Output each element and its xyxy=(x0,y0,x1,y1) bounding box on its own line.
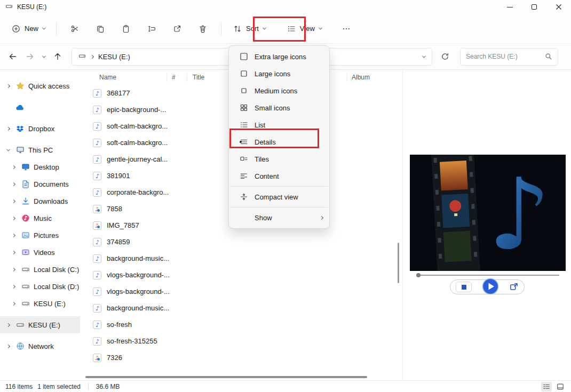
file-row[interactable]: background-music... xyxy=(80,250,402,267)
details-view-toggle-button[interactable] xyxy=(541,382,552,391)
file-row[interactable]: so-fresh-315255 xyxy=(80,333,402,349)
drive-icon xyxy=(5,3,13,12)
downloads-icon xyxy=(21,197,30,206)
file-row[interactable]: vlogs-background-... xyxy=(80,283,402,300)
extra-large-icons-icon xyxy=(240,52,248,61)
refresh-button[interactable] xyxy=(437,48,454,65)
menu-item-medium-icons[interactable]: Medium icons xyxy=(229,82,329,99)
file-row[interactable]: background-music... xyxy=(80,300,402,316)
view-button[interactable]: View xyxy=(282,19,327,38)
horizontal-scrollbar[interactable] xyxy=(85,376,367,378)
menu-item-extra-large-icons[interactable]: Extra large icons xyxy=(229,48,329,65)
sidebar-item-downloads[interactable]: Downloads xyxy=(0,193,80,210)
onedrive-cloud-icon xyxy=(15,103,25,112)
column-header-album[interactable]: Album xyxy=(352,74,370,81)
menu-item-tiles[interactable]: Tiles xyxy=(229,150,329,167)
vertical-scrollbar[interactable] xyxy=(398,243,399,283)
sidebar-item-label: Network xyxy=(28,342,54,350)
navigation-pane: Quick access Dropbox This PC Desktop xyxy=(0,70,80,380)
music-file-icon xyxy=(93,321,101,329)
drive-icon xyxy=(78,52,86,61)
search-box[interactable] xyxy=(460,48,558,66)
search-input[interactable] xyxy=(466,53,542,60)
chevron-down-icon xyxy=(263,26,266,30)
delete-button[interactable] xyxy=(190,19,216,38)
paste-button[interactable] xyxy=(113,19,139,38)
more-options-button[interactable] xyxy=(337,19,356,38)
sidebar-item-local-disk-c[interactable]: Local Disk (C:) xyxy=(0,261,80,278)
command-bar: New Sort View xyxy=(0,14,571,44)
menu-item-details[interactable]: Details xyxy=(229,133,329,150)
sidebar-item-onedrive[interactable] xyxy=(0,99,80,116)
close-button[interactable] xyxy=(546,0,571,14)
breadcrumb[interactable]: KESU (E:) xyxy=(98,53,130,61)
column-divider[interactable] xyxy=(347,73,347,82)
copy-button[interactable] xyxy=(88,19,113,38)
documents-icon xyxy=(21,180,30,189)
column-header-title[interactable]: Title xyxy=(193,74,204,81)
cut-button[interactable] xyxy=(62,19,88,38)
sidebar-item-this-pc[interactable]: This PC xyxy=(0,141,80,158)
column-header-name[interactable]: Name xyxy=(99,74,116,81)
menu-item-list[interactable]: List xyxy=(229,116,329,133)
recent-locations-button[interactable] xyxy=(38,48,49,65)
thumbnail-view-toggle-button[interactable] xyxy=(555,382,566,391)
sidebar-item-documents[interactable]: Documents xyxy=(0,175,80,193)
share-button[interactable] xyxy=(164,19,190,38)
toolbar-divider xyxy=(221,22,221,35)
view-icon xyxy=(287,25,296,33)
seek-thumb[interactable] xyxy=(416,273,421,277)
up-button[interactable] xyxy=(49,48,66,65)
sidebar-item-desktop[interactable]: Desktop xyxy=(0,158,80,175)
sidebar-item-kesu-e[interactable]: KESU (E:) xyxy=(0,316,80,333)
chevron-right-icon xyxy=(90,54,94,58)
sort-icon xyxy=(233,25,242,33)
sidebar-item-kesu-e-child[interactable]: KESU (E:) xyxy=(0,295,80,312)
view-dropdown-menu: Extra large icons Large icons Medium ico… xyxy=(228,45,330,229)
menu-item-content[interactable]: Content xyxy=(229,167,329,185)
submenu-chevron-right-icon xyxy=(320,215,323,219)
menu-item-large-icons[interactable]: Large icons xyxy=(229,65,329,82)
column-divider[interactable] xyxy=(187,73,187,82)
up-icon xyxy=(53,52,62,61)
file-row[interactable]: so-fresh xyxy=(80,316,402,333)
sidebar-item-local-disk-d[interactable]: Local Disk (D:) xyxy=(0,278,80,295)
sidebar-item-pictures[interactable]: Pictures xyxy=(0,227,80,244)
column-divider[interactable] xyxy=(166,73,167,82)
plus-icon xyxy=(12,25,20,33)
media-preview-thumbnail: ♪ xyxy=(410,155,566,271)
sidebar-item-dropbox[interactable]: Dropbox xyxy=(0,120,80,137)
back-button[interactable] xyxy=(4,48,21,65)
sidebar-item-network[interactable]: Network xyxy=(0,338,80,355)
forward-button[interactable] xyxy=(21,48,38,65)
sidebar-item-quick-access[interactable]: Quick access xyxy=(0,77,80,94)
sort-button[interactable]: Sort xyxy=(228,19,271,38)
address-dropdown-icon[interactable] xyxy=(422,54,426,58)
cut-icon xyxy=(70,25,79,33)
search-icon[interactable] xyxy=(545,53,552,60)
menu-item-show[interactable]: Show xyxy=(229,209,329,226)
new-button[interactable]: New xyxy=(6,19,51,38)
file-row[interactable]: 374859 xyxy=(80,234,402,250)
file-row[interactable]: vlogs-background-... xyxy=(80,267,402,283)
sidebar-item-videos[interactable]: Videos xyxy=(0,244,80,261)
column-header-number[interactable]: # xyxy=(172,74,176,81)
file-row[interactable]: 7326 xyxy=(80,349,402,366)
rename-button[interactable] xyxy=(139,19,164,38)
minimize-button[interactable] xyxy=(497,0,522,14)
menu-item-compact-view[interactable]: Compact view xyxy=(229,188,329,205)
play-button[interactable] xyxy=(482,278,499,295)
drive-icon xyxy=(21,299,30,308)
chevron-right-icon xyxy=(6,84,10,87)
maximize-button[interactable] xyxy=(522,0,546,14)
popout-button[interactable] xyxy=(509,282,519,292)
menu-item-small-icons[interactable]: Small icons xyxy=(229,99,329,116)
stop-button[interactable] xyxy=(456,282,472,292)
chevron-right-icon xyxy=(11,182,15,186)
seek-slider[interactable] xyxy=(417,275,559,276)
sidebar-item-music[interactable]: Music xyxy=(0,210,80,227)
selected-dot-icon xyxy=(240,141,242,143)
menu-item-label: Tiles xyxy=(255,155,269,163)
music-file-icon xyxy=(93,122,101,131)
star-icon xyxy=(15,82,25,91)
